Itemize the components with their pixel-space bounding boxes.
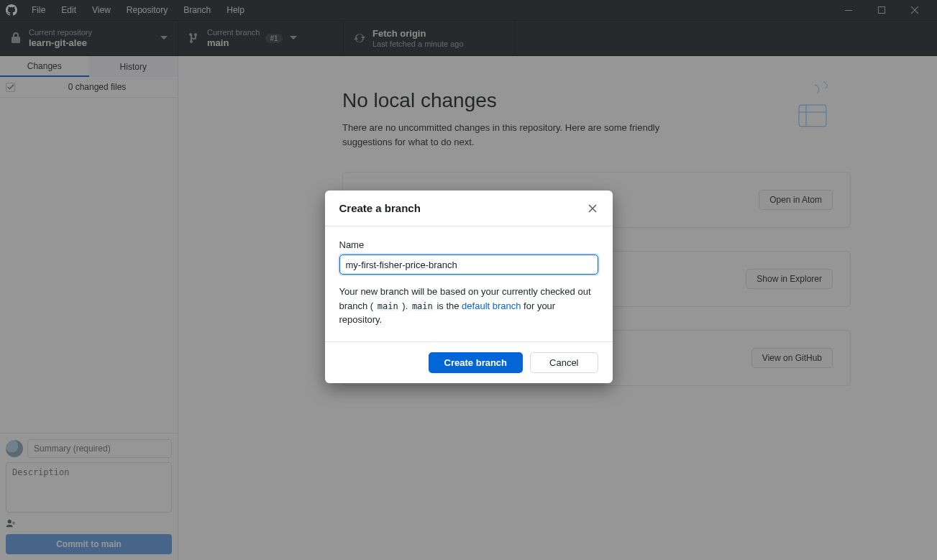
branch-name-input[interactable] <box>339 254 598 275</box>
create-branch-dialog: Create a branch Name Your new branch wil… <box>325 191 613 383</box>
cancel-button[interactable]: Cancel <box>530 352 598 373</box>
close-icon[interactable] <box>587 203 598 214</box>
dialog-help-text: Your new branch will be based on your cu… <box>339 285 598 327</box>
default-branch-link[interactable]: default branch <box>462 300 521 311</box>
dialog-title: Create a branch <box>339 202 421 214</box>
modal-overlay: Create a branch Name Your new branch wil… <box>0 0 937 560</box>
name-label: Name <box>339 239 598 250</box>
create-branch-button[interactable]: Create branch <box>429 352 523 373</box>
